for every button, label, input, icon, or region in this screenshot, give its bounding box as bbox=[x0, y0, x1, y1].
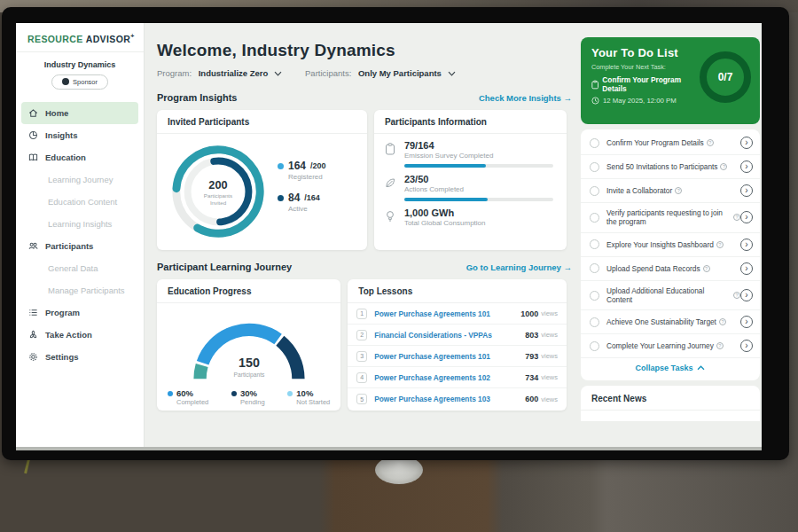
sidebar-item-general-data[interactable]: General Data bbox=[16, 257, 144, 279]
donut-center-value: 200 bbox=[208, 178, 227, 192]
active-dot-icon bbox=[278, 195, 284, 201]
top-lessons-card: Top Lessons 1 Power Purchase Agreements … bbox=[348, 279, 567, 411]
task-open-button[interactable]: › bbox=[740, 137, 753, 149]
sidebar-item-learning-insights[interactable]: Learning Insights bbox=[16, 213, 144, 235]
help-icon[interactable]: ? bbox=[716, 342, 724, 349]
sidebar-item-settings[interactable]: Settings bbox=[16, 346, 144, 368]
task-open-button[interactable]: › bbox=[740, 340, 753, 352]
task-open-button[interactable]: › bbox=[740, 211, 753, 223]
check-more-insights-link[interactable]: Check More Insights → bbox=[479, 93, 572, 103]
task-open-button[interactable]: › bbox=[740, 262, 753, 275]
help-icon[interactable]: ? bbox=[720, 163, 727, 170]
invited-participants-card: Invited Participants 200 Participants In… bbox=[157, 110, 367, 250]
info-label: Actions Completed bbox=[404, 185, 553, 193]
help-icon[interactable]: ? bbox=[716, 241, 724, 248]
gauge-center-value: 150 bbox=[239, 356, 260, 370]
lesson-row: 4 Power Purchase Agreements 102 734 view… bbox=[348, 367, 567, 388]
participants-filter[interactable]: Participants: Only My Participants bbox=[305, 68, 456, 78]
sidebar-item-home[interactable]: Home bbox=[21, 102, 138, 124]
todo-task-list: Confirm Your Program Details ? › Send 50… bbox=[581, 129, 760, 380]
help-icon[interactable]: ? bbox=[733, 214, 740, 221]
collapse-label: Collapse Tasks bbox=[636, 364, 693, 372]
task-checkbox[interactable] bbox=[590, 263, 599, 273]
collapse-tasks-link[interactable]: Collapse Tasks bbox=[581, 358, 760, 379]
info-row-actions: 23/50 Actions Completed bbox=[374, 168, 567, 201]
leaf-icon bbox=[385, 174, 396, 201]
legend-label: Completed bbox=[176, 398, 208, 406]
lesson-row: 3 Power Purchase Agreements 101 793 view… bbox=[348, 346, 567, 367]
lesson-link[interactable]: Power Purchase Agreements 103 bbox=[374, 395, 525, 403]
help-icon[interactable]: ? bbox=[719, 318, 726, 325]
task-open-button[interactable]: › bbox=[740, 160, 753, 173]
legend-value: 10% bbox=[296, 388, 313, 398]
participants-filter-label: Participants: bbox=[305, 68, 351, 78]
task-checkbox[interactable] bbox=[590, 341, 599, 351]
lesson-link[interactable]: Financial Considerations - VPPAs bbox=[374, 331, 525, 340]
sidebar-item-label: Take Action bbox=[45, 330, 92, 340]
sponsor-icon bbox=[62, 78, 69, 85]
clipboard-icon bbox=[591, 80, 598, 90]
sidebar-item-label: Education bbox=[45, 153, 86, 162]
task-checkbox[interactable] bbox=[590, 317, 599, 327]
task-label: Send 50 Invitations to Participants bbox=[606, 162, 717, 171]
sidebar-item-education[interactable]: Education bbox=[16, 146, 144, 168]
help-icon[interactable]: ? bbox=[703, 265, 710, 272]
task-checkbox[interactable] bbox=[590, 186, 599, 196]
help-icon[interactable]: ? bbox=[733, 292, 740, 299]
participants-icon bbox=[28, 241, 38, 251]
lesson-link[interactable]: Power Purchase Agreements 102 bbox=[374, 373, 525, 382]
invited-donut-chart: 200 Participants Invited bbox=[166, 139, 270, 244]
task-open-button[interactable]: › bbox=[740, 316, 753, 328]
sidebar-item-participants[interactable]: Participants bbox=[16, 235, 144, 257]
sidebar-item-take-action[interactable]: Take Action bbox=[16, 324, 144, 346]
help-icon[interactable]: ? bbox=[707, 139, 714, 146]
legend-value: 84 bbox=[288, 192, 300, 204]
go-to-learning-journey-link[interactable]: Go to Learning Journey → bbox=[466, 262, 572, 272]
sidebar-item-education-content[interactable]: Education Content bbox=[16, 191, 144, 213]
sidebar-nav: Home Insights Education Learning Journey… bbox=[16, 97, 144, 368]
info-label: Total Global Consumption bbox=[404, 219, 486, 227]
sidebar-item-label: Participants bbox=[45, 241, 93, 251]
info-row-consumption: 1,000 GWh Total Global Consumption bbox=[374, 201, 567, 227]
help-icon[interactable]: ? bbox=[675, 187, 682, 194]
program-filter-label: Program: bbox=[157, 68, 192, 78]
pinwheel-icon bbox=[28, 330, 38, 340]
task-open-button[interactable]: › bbox=[740, 184, 753, 197]
info-value: 1,000 GWh bbox=[404, 207, 486, 218]
task-checkbox[interactable] bbox=[590, 291, 599, 301]
legend-value: 60% bbox=[176, 388, 193, 398]
program-insights-title: Program Insights bbox=[157, 92, 237, 103]
legend-item-pending: 30% Pending bbox=[231, 388, 265, 406]
todo-summary-card: Your To Do List Complete Your Next Task:… bbox=[581, 37, 760, 124]
lesson-row: 5 Power Purchase Agreements 103 600 view… bbox=[348, 388, 567, 410]
task-checkbox[interactable] bbox=[590, 239, 599, 249]
sidebar-item-learning-journey[interactable]: Learning Journey bbox=[16, 168, 144, 191]
education-gauge-chart: 150 Participants bbox=[173, 307, 325, 387]
task-row: Verify participants requesting to join t… bbox=[581, 203, 760, 233]
monitor-bezel: RESOURCE ADVISOR+ Industry Dynamics Spon… bbox=[2, 7, 789, 460]
insights-icon bbox=[28, 130, 38, 140]
sidebar-item-insights[interactable]: Insights bbox=[16, 124, 144, 146]
list-icon bbox=[28, 308, 38, 317]
filter-bar: Program: Industrialize Zero Participants… bbox=[157, 68, 567, 78]
task-checkbox[interactable] bbox=[590, 138, 599, 148]
task-checkbox[interactable] bbox=[590, 162, 599, 172]
task-open-button[interactable]: › bbox=[740, 239, 753, 251]
sidebar-item-manage-participants[interactable]: Manage Participants bbox=[16, 279, 144, 301]
todo-title: Your To Do List bbox=[591, 46, 700, 59]
task-label: Achieve One Sustainability Target bbox=[606, 317, 716, 326]
views-suffix: views bbox=[541, 373, 558, 381]
program-filter[interactable]: Program: Industrialize Zero bbox=[157, 68, 282, 78]
task-row: Upload Additional Educational Content ? … bbox=[581, 281, 760, 311]
registered-dot-icon bbox=[278, 163, 284, 169]
task-checkbox[interactable] bbox=[590, 213, 599, 223]
chevron-right-icon: › bbox=[745, 137, 747, 147]
chevron-down-icon bbox=[274, 68, 282, 78]
participants-filter-value: Only My Participants bbox=[358, 68, 442, 78]
task-open-button[interactable]: › bbox=[740, 289, 753, 301]
program-filter-value: Industrialize Zero bbox=[199, 68, 269, 78]
lightbulb-icon bbox=[385, 207, 396, 227]
lesson-link[interactable]: Power Purchase Agreements 101 bbox=[374, 352, 525, 361]
sidebar-item-program[interactable]: Program bbox=[16, 301, 144, 324]
lesson-link[interactable]: Power Purchase Agreements 101 bbox=[374, 309, 520, 318]
